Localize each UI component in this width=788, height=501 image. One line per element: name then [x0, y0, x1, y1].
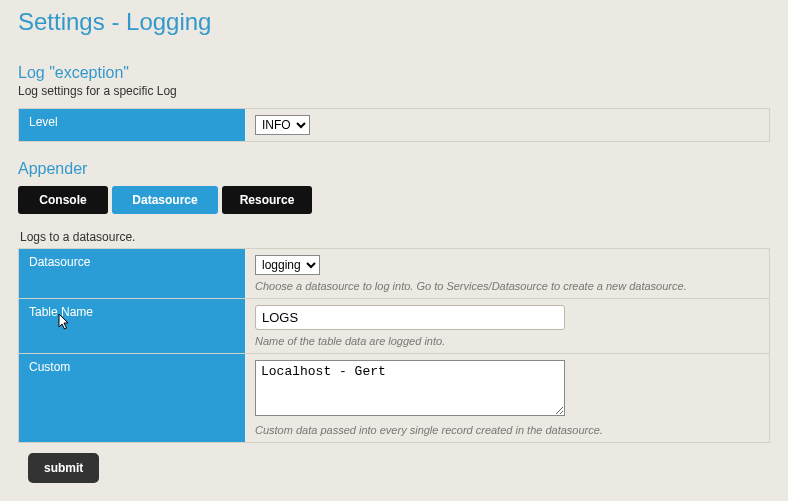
submit-button[interactable]: submit: [28, 453, 99, 483]
tab-datasource[interactable]: Datasource: [112, 186, 218, 214]
datasource-row: Datasource logging Choose a datasource t…: [18, 248, 770, 299]
table-name-input[interactable]: [255, 305, 565, 330]
custom-textarea[interactable]: [255, 360, 565, 416]
appender-tabs: Console Datasource Resource: [18, 186, 770, 214]
appender-desc: Logs to a datasource.: [20, 230, 770, 244]
tab-resource[interactable]: Resource: [222, 186, 312, 214]
page-title: Settings - Logging: [18, 8, 770, 36]
table-name-hint: Name of the table data are logged into.: [255, 335, 759, 347]
level-select[interactable]: INFO: [255, 115, 310, 135]
table-name-label: Table Name: [19, 299, 245, 353]
custom-row: Custom Custom data passed into every sin…: [18, 354, 770, 443]
log-section-desc: Log settings for a specific Log: [18, 84, 770, 98]
log-section-title: Log "exception": [18, 64, 770, 82]
datasource-select[interactable]: logging: [255, 255, 320, 275]
datasource-label: Datasource: [19, 249, 245, 298]
tab-console[interactable]: Console: [18, 186, 108, 214]
level-label: Level: [19, 109, 245, 141]
level-row: Level INFO: [18, 108, 770, 142]
datasource-hint: Choose a datasource to log into. Go to S…: [255, 280, 759, 292]
custom-label: Custom: [19, 354, 245, 442]
table-name-row: Table Name Name of the table data are lo…: [18, 299, 770, 354]
appender-title: Appender: [18, 160, 770, 178]
custom-hint: Custom data passed into every single rec…: [255, 424, 759, 436]
